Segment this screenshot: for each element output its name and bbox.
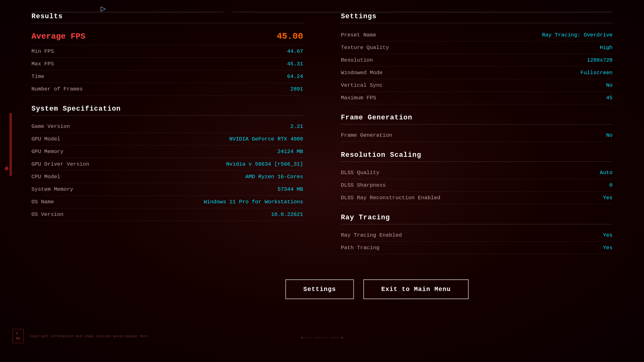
version-rs: RS <box>16 336 20 341</box>
average-fps-label: Average FPS <box>31 32 86 41</box>
row-label: CPU Model <box>31 174 60 180</box>
bottom-bar: V RS Copyright information and legal not… <box>13 329 631 343</box>
average-fps-row: Average FPS 45.00 <box>31 29 303 45</box>
row-value: 57344 MB <box>277 186 303 192</box>
row-label: System Memory <box>31 186 73 192</box>
res-scaling-rows: DLSS QualityAutoDLSS Sharpness0DLSS Ray … <box>341 167 613 204</box>
table-row: Maximum FPS45 <box>341 92 613 104</box>
table-row: Preset NameRay Tracing: Overdrive <box>341 29 613 41</box>
row-value: Yes <box>603 195 613 201</box>
row-label: DLSS Quality <box>341 170 379 176</box>
row-value: 1280x720 <box>587 57 613 63</box>
bottom-info-text: Copyright information and legal notices … <box>30 334 148 338</box>
results-rows: Min FPS44.67Max FPS45.31Time64.24Number … <box>31 45 303 96</box>
row-value: Yes <box>603 232 613 238</box>
row-label: Preset Name <box>341 32 376 38</box>
settings-rows: Preset NameRay Tracing: OverdriveTexture… <box>341 29 613 104</box>
table-row: GPU Memory24124 MB <box>31 145 303 158</box>
left-panel: Results Average FPS 45.00 Min FPS44.67Ma… <box>31 13 322 283</box>
row-label: Min FPS <box>31 48 54 54</box>
settings-button[interactable]: Settings <box>285 279 354 299</box>
table-row: Frame GenerationNo <box>341 129 613 142</box>
row-label: Path Tracing <box>341 245 379 251</box>
row-label: Texture Quality <box>341 45 389 51</box>
system-spec-section: System Specification Game Version2.21GPU… <box>31 105 303 221</box>
system-rows: Game Version2.21GPU ModelNVIDIA GeForce … <box>31 120 303 221</box>
row-value: 2.21 <box>290 123 303 129</box>
table-row: DLSS QualityAuto <box>341 167 613 179</box>
version-box: V RS <box>13 329 24 343</box>
table-row: Game Version2.21 <box>31 120 303 133</box>
row-label: Resolution <box>341 57 373 63</box>
row-value: 45.31 <box>287 61 303 67</box>
table-row: OS NameWindows 11 Pro for Workstations <box>31 196 303 208</box>
row-label: Ray Tracing Enabled <box>341 232 402 238</box>
row-value: 64.24 <box>287 74 303 80</box>
table-row: Time64.24 <box>31 70 303 83</box>
row-label: GPU Memory <box>31 149 64 155</box>
row-label: Number of Frames <box>31 86 83 92</box>
row-value: No <box>606 82 613 88</box>
right-panel: Settings Preset NameRay Tracing: Overdri… <box>322 13 613 283</box>
row-value: Ray Tracing: Overdrive <box>542 32 613 38</box>
res-scaling-section: Resolution Scaling DLSS QualityAutoDLSS … <box>341 151 613 204</box>
row-label: Frame Generation <box>341 132 392 138</box>
row-value: 24124 MB <box>277 149 303 155</box>
buttons-area: Settings Exit to Main Menu <box>285 279 469 299</box>
res-scaling-title: Resolution Scaling <box>341 151 613 162</box>
row-label: GPU Driver Version <box>31 161 89 167</box>
row-value: No <box>606 132 613 138</box>
table-row: OS Version10.0.22621 <box>31 208 303 221</box>
table-row: Min FPS44.67 <box>31 45 303 58</box>
table-row: Ray Tracing EnabledYes <box>341 229 613 242</box>
table-row: Windowed ModeFullscreen <box>341 67 613 79</box>
row-label: OS Version <box>31 211 64 217</box>
frame-gen-title: Frame Generation <box>341 114 613 124</box>
row-value: 0 <box>609 182 613 188</box>
row-value: Fullscreen <box>580 70 613 76</box>
row-value: Yes <box>603 245 613 251</box>
table-row: Vertical SyncNo <box>341 79 613 92</box>
row-label: Game Version <box>31 123 70 129</box>
row-label: DLSS Ray Reconstruction Enabled <box>341 195 440 201</box>
row-label: Windowed Mode <box>341 70 383 76</box>
ray-tracing-rows: Ray Tracing EnabledYesPath TracingYes <box>341 229 613 254</box>
row-label: OS Name <box>31 199 54 205</box>
row-label: GPU Model <box>31 136 60 142</box>
version-v: V <box>16 331 20 336</box>
row-label: DLSS Sharpness <box>341 182 386 188</box>
row-label: Maximum FPS <box>341 95 376 101</box>
row-label: Vertical Sync <box>341 82 383 88</box>
table-row: Path TracingYes <box>341 242 613 254</box>
table-row: System Memory57344 MB <box>31 183 303 196</box>
table-row: DLSS Ray Reconstruction EnabledYes <box>341 192 613 204</box>
row-value: NVIDIA GeForce RTX 4080 <box>229 136 303 142</box>
row-value: Windows 11 Pro for Workstations <box>204 199 303 205</box>
table-row: CPU ModelAMD Ryzen 16-Cores <box>31 171 303 183</box>
row-label: Max FPS <box>31 61 54 67</box>
system-spec-title: System Specification <box>31 105 303 116</box>
row-value: High <box>600 45 613 51</box>
table-row: GPU ModelNVIDIA GeForce RTX 4080 <box>31 133 303 145</box>
table-row: DLSS Sharpness0 <box>341 179 613 192</box>
table-row: Number of Frames2891 <box>31 83 303 96</box>
settings-section-title: Settings <box>341 13 613 23</box>
frame-gen-section: Frame Generation Frame GenerationNo <box>341 114 613 142</box>
row-value: Nvidia v 56634 [r566_31] <box>226 161 303 167</box>
row-value: 44.67 <box>287 48 303 54</box>
row-label: Time <box>31 74 44 80</box>
results-section-title: Results <box>31 13 303 23</box>
table-row: GPU Driver VersionNvidia v 56634 [r566_3… <box>31 158 303 171</box>
table-row: Texture QualityHigh <box>341 41 613 54</box>
frame-gen-rows: Frame GenerationNo <box>341 129 613 142</box>
exit-button[interactable]: Exit to Main Menu <box>363 279 469 299</box>
table-row: Resolution1280x720 <box>341 54 613 67</box>
row-value: 2891 <box>290 86 303 92</box>
row-value: Auto <box>600 170 613 176</box>
table-row: Max FPS45.31 <box>31 58 303 70</box>
average-fps-value: 45.00 <box>277 31 303 41</box>
cursor-icon: ▷ <box>101 3 106 14</box>
ray-tracing-title: Ray Tracing <box>341 214 613 224</box>
row-value: 10.0.22621 <box>271 211 303 217</box>
row-value: 45 <box>606 95 613 101</box>
